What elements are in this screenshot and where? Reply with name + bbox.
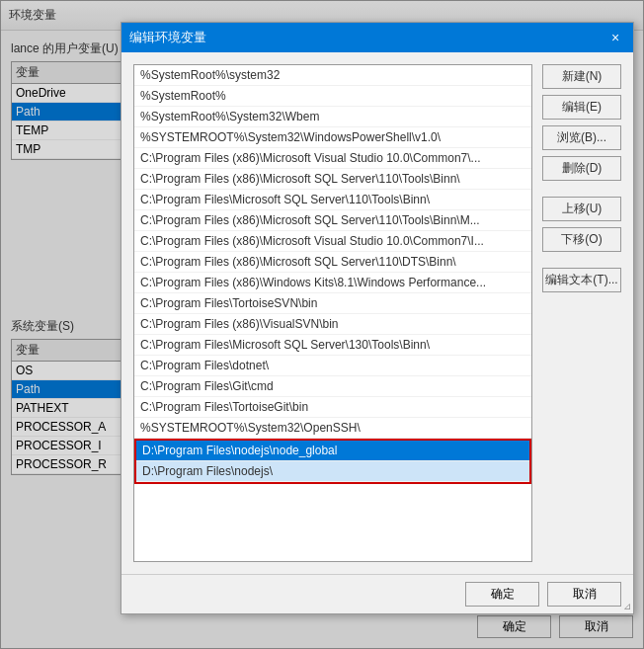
path-item-10[interactable]: C:\Program Files (x86)\Windows Kits\8.1\… [134, 273, 531, 293]
path-item-17[interactable]: %SYSTEMROOT%\System32\OpenSSH\ [134, 418, 531, 439]
path-item-3[interactable]: %SYSTEMROOT%\System32\WindowsPowerShell\… [134, 127, 531, 148]
path-item-1[interactable]: %SystemRoot% [134, 86, 531, 107]
path-item-12[interactable]: C:\Program Files (x86)\VisualSVN\bin [134, 314, 531, 335]
path-item-16[interactable]: C:\Program Files\TortoiseGit\bin [134, 397, 531, 418]
path-item-5[interactable]: C:\Program Files (x86)\Microsoft SQL Ser… [134, 169, 531, 190]
selected-group: D:\Program Files\nodejs\node_global D:\P… [134, 439, 531, 484]
browse-button[interactable]: 浏览(B)... [542, 125, 621, 150]
path-item-7[interactable]: C:\Program Files (x86)\Microsoft SQL Ser… [134, 210, 531, 231]
path-item-0[interactable]: %SystemRoot%\system32 [134, 65, 531, 86]
resize-handle[interactable]: ⊿ [623, 601, 631, 611]
dialog-close-button[interactable]: × [605, 28, 625, 47]
path-item-2[interactable]: %SystemRoot%\System32\Wbem [134, 107, 531, 127]
edit-env-dialog: 编辑环境变量 × %SystemRoot%\system32 %SystemRo… [121, 22, 634, 614]
path-item-11[interactable]: C:\Program Files\TortoiseSVN\bin [134, 293, 531, 314]
path-item-15[interactable]: C:\Program Files\Git\cmd [134, 376, 531, 397]
new-button[interactable]: 新建(N) [542, 64, 621, 89]
delete-button[interactable]: 删除(D) [542, 156, 621, 181]
dialog-ok-button[interactable]: 确定 [465, 582, 539, 607]
dialog-cancel-button[interactable]: 取消 [547, 582, 621, 607]
move-up-button[interactable]: 上移(U) [542, 197, 621, 221]
path-item-9[interactable]: C:\Program Files (x86)\Microsoft SQL Ser… [134, 252, 531, 273]
path-list[interactable]: %SystemRoot%\system32 %SystemRoot% %Syst… [133, 64, 532, 562]
path-item-4[interactable]: C:\Program Files (x86)\Microsoft Visual … [134, 148, 531, 169]
edit-button[interactable]: 编辑(E) [542, 95, 621, 120]
path-item-14[interactable]: C:\Program Files\dotnet\ [134, 356, 531, 376]
dialog-content: %SystemRoot%\system32 %SystemRoot% %Syst… [121, 52, 633, 574]
dialog-title: 编辑环境变量 [129, 29, 206, 46]
path-item-8[interactable]: C:\Program Files (x86)\Microsoft Visual … [134, 231, 531, 252]
path-item-6[interactable]: C:\Program Files\Microsoft SQL Server\11… [134, 190, 531, 210]
move-down-button[interactable]: 下移(O) [542, 227, 621, 252]
edit-text-button[interactable]: 编辑文本(T)... [542, 268, 621, 292]
dialog-action-buttons: 新建(N) 编辑(E) 浏览(B)... 删除(D) 上移(U) 下移(O) 编… [542, 64, 621, 562]
dialog-footer: 确定 取消 [121, 574, 633, 613]
path-item-19[interactable]: D:\Program Files\nodejs\ [136, 461, 529, 482]
path-item-18[interactable]: D:\Program Files\nodejs\node_global [136, 441, 529, 461]
dialog-title-bar: 编辑环境变量 × [121, 23, 633, 52]
path-item-13[interactable]: C:\Program Files\Microsoft SQL Server\13… [134, 335, 531, 356]
